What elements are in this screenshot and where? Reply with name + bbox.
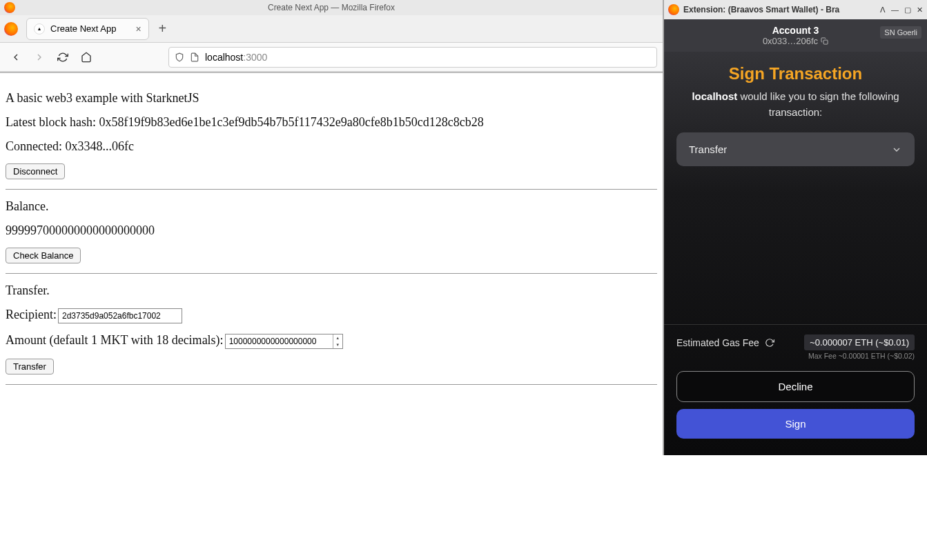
shield-icon [175,52,184,62]
firefox-icon [4,2,15,13]
divider [6,189,657,190]
divider [6,273,657,274]
gas-fee-value: ~0.000007 ETH (~$0.01) [804,334,915,350]
divider [6,384,657,385]
chevron-down-icon [891,144,902,155]
amount-input[interactable] [226,334,333,348]
check-balance-button[interactable]: Check Balance [6,248,81,263]
minimize-icon[interactable]: — [891,6,899,14]
back-button[interactable] [6,47,26,68]
stepper-up-icon: ▲ [333,334,342,341]
extension-title-bar: Extension: (Braavos Smart Wallet) - Bra … [664,0,927,19]
close-window-icon[interactable]: ✕ [917,6,923,14]
home-button[interactable] [76,47,97,68]
tab-favicon [34,23,45,34]
tab-label: Create Next App [50,23,116,34]
firefox-icon [668,4,679,15]
amount-stepper[interactable]: ▲▼ [333,334,342,348]
stepper-down-icon: ▼ [333,341,342,348]
url-bar[interactable]: localhost:3000 [168,47,657,68]
balance-value: 999997000000000000000000 [6,223,657,238]
window-up-icon[interactable]: ᐱ [880,6,886,14]
copy-icon[interactable] [821,37,828,45]
extension-header: Account 3 0x033…206fc SN Goerli [664,19,927,52]
main-browser-window: Create Next App — Mozilla Firefox Create… [0,0,663,560]
nav-bar: localhost:3000 [0,43,663,72]
close-tab-icon[interactable]: × [135,23,141,34]
transfer-button[interactable]: Transfer [6,359,54,374]
page-info-icon [190,52,199,62]
svg-rect-0 [823,40,828,44]
window-title-bar: Create Next App — Mozilla Firefox [0,0,663,15]
forward-button[interactable] [29,47,50,68]
amount-label: Amount (default 1 MKT with 18 decimals): [6,333,224,347]
decline-button[interactable]: Decline [676,371,915,402]
network-badge[interactable]: SN Goerli [880,26,921,39]
extension-content: Account 3 0x033…206fc SN Goerli Sign Tra… [664,19,927,455]
extension-footer: Estimated Gas Fee ~0.000007 ETH (~$0.01)… [664,324,927,455]
url-port: :3000 [243,52,267,63]
maximize-icon[interactable]: ▢ [904,6,911,14]
firefox-app-icon[interactable] [4,22,18,36]
extension-window-title: Extension: (Braavos Smart Wallet) - Bra [683,5,876,14]
sign-host: localhost [692,90,737,102]
new-tab-button[interactable]: + [159,21,167,37]
block-hash-value: 0x58f19f9b83ed6e1be1c3ef9db54b7b5f117432… [99,115,483,129]
browser-tab[interactable]: Create Next App × [26,18,149,40]
disconnect-button[interactable]: Disconnect [6,163,65,179]
extension-body: Sign Transaction localhost would like yo… [664,52,927,324]
connected-line: Connected: 0x3348...06fc [6,139,657,154]
reload-button[interactable] [52,47,73,68]
window-title: Create Next App — Mozilla Firefox [268,3,395,12]
block-hash-line: Latest block hash: 0x58f19f9b83ed6e1be1c… [6,115,657,130]
connected-address: 0x3348...06fc [65,139,133,153]
intro-text: A basic web3 example with StarknetJS [6,91,657,106]
page-content: A basic web3 example with StarknetJS Lat… [0,73,663,403]
balance-heading: Balance. [6,199,657,214]
sign-description: localhost would like you to sign the fol… [676,89,915,120]
account-address: 0x033…206fc [763,36,818,46]
recipient-label: Recipient: [6,308,57,321]
amount-input-wrapper: ▲▼ [225,334,343,349]
sign-button[interactable]: Sign [676,409,915,439]
sign-transaction-title: Sign Transaction [676,64,915,83]
transaction-label: Transfer [689,143,727,155]
max-fee-text: Max Fee ~0.00001 ETH (~$0.02) [676,352,915,360]
refresh-icon[interactable] [765,338,774,348]
tab-bar: Create Next App × + [0,15,663,43]
url-host: localhost [205,52,243,63]
transaction-card[interactable]: Transfer [676,132,915,166]
gas-fee-label: Estimated Gas Fee [676,337,759,348]
transfer-heading: Transfer. [6,283,657,298]
recipient-input[interactable] [58,308,182,323]
extension-window: Extension: (Braavos Smart Wallet) - Bra … [663,0,927,455]
